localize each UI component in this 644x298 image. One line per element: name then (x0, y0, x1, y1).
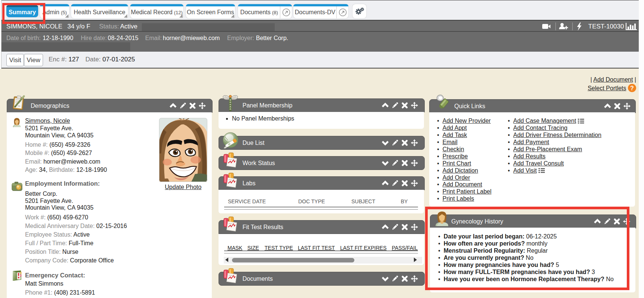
svg-text:?: ? (630, 85, 634, 91)
